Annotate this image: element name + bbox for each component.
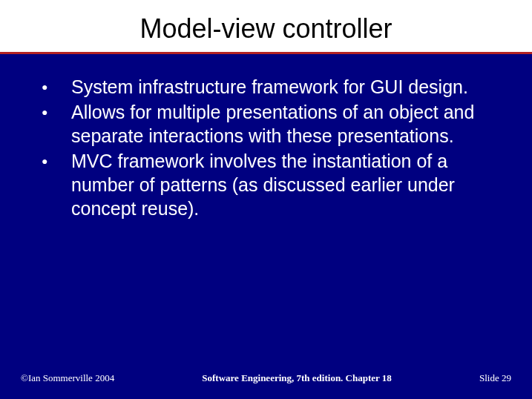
footer-copyright: ©Ian Sommerville 2004 bbox=[21, 372, 114, 384]
title-area: Model-view controller bbox=[0, 0, 532, 52]
bullet-text: MVC framework involves the instantiation… bbox=[71, 149, 495, 220]
bullet-item: ● Allows for multiple presentations of a… bbox=[37, 100, 495, 148]
bullet-item: ● MVC framework involves the instantiati… bbox=[37, 149, 495, 220]
bullet-icon: ● bbox=[37, 100, 71, 124]
body-area: ● System infrastructure framework for GU… bbox=[0, 54, 532, 220]
bullet-item: ● System infrastructure framework for GU… bbox=[37, 75, 495, 99]
footer: ©Ian Sommerville 2004 Software Engineeri… bbox=[0, 372, 532, 384]
bullet-text: Allows for multiple presentations of an … bbox=[71, 100, 495, 148]
bullet-icon: ● bbox=[37, 149, 71, 173]
footer-slide-num: 29 bbox=[502, 372, 511, 383]
footer-chapter: Software Engineering, 7th edition. Chapt… bbox=[114, 372, 479, 384]
slide-title: Model-view controller bbox=[139, 13, 392, 44]
bullet-icon: ● bbox=[37, 75, 71, 99]
slide: Model-view controller ● System infrastru… bbox=[0, 0, 532, 399]
bullet-text: System infrastructure framework for GUI … bbox=[71, 75, 468, 99]
footer-slide-number: Slide 29 bbox=[479, 372, 511, 384]
footer-slide-label: Slide bbox=[479, 372, 499, 383]
